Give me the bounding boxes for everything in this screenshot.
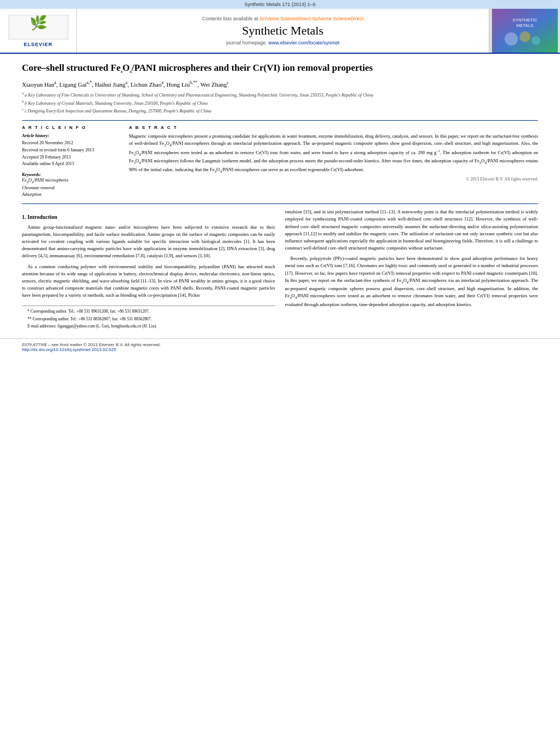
revised-date: Received in revised form 6 January 2013 [22, 148, 94, 152]
footnote-1: * Corresponding author. Tel.: +86 531 89… [22, 308, 275, 314]
elsevier-wordmark: ELSEVIER [24, 42, 53, 47]
article-title: Core–shell structured Fe3O4/PANI microsp… [22, 62, 538, 75]
page: Synthetic Metals 171 (2013) 1–6 🌿 ELSEVI… [0, 0, 560, 741]
keywords-block: Keywords: Fe3O4/PANI microspheres Chroma… [22, 172, 118, 198]
journal-title: Synthetic Metals [242, 24, 323, 38]
svg-rect-2 [495, 10, 555, 52]
body-p1: Amino group-functionalized magnetic nano… [22, 224, 275, 260]
abstract-text: Magnetic composite microspheres present … [129, 133, 538, 174]
issn-line: 0379-6779/$ – see front matter © 2013 El… [22, 342, 538, 347]
keywords-label: Keywords: [22, 172, 41, 177]
elsevier-logo-image: 🌿 [8, 15, 69, 39]
article-info-column: A R T I C L E I N F O Article history: R… [22, 125, 118, 198]
svg-text:METALS: METALS [516, 23, 533, 28]
keyword-3: Adsorption [22, 191, 118, 198]
affiliation-b: b b Key Laboratory of Crystal Materials,… [22, 99, 538, 107]
abstract-copyright: © 2013 Elsevier B.V. All rights reserved… [129, 177, 538, 182]
abstract-body-divider [22, 203, 538, 204]
body-section: 1. Introduction Amino group-functionaliz… [22, 208, 538, 330]
footnotes-area: * Corresponding author. Tel.: +86 531 89… [22, 306, 275, 329]
journal-citation-text: Synthetic Metals 171 (2013) 1–6 [245, 2, 316, 7]
article-content: Core–shell structured Fe3O4/PANI microsp… [0, 54, 560, 338]
body-p2: As a common conducting polymer with envi… [22, 263, 275, 299]
authors-line: Xiaoyun Hana, Ligang Gaia,*, Haihui Jian… [22, 80, 538, 88]
history-label: Article history: [22, 133, 49, 138]
body-p3: emulsion [15], and in situ polymerizatio… [285, 208, 539, 252]
svg-point-6 [519, 31, 530, 42]
journal-header: 🌿 ELSEVIER Contents lists available at S… [0, 9, 560, 54]
doi-line[interactable]: http://dx.doi.org/10.1016/j.synthmet.201… [22, 347, 538, 352]
abstract-heading: A B S T R A C T [129, 125, 538, 130]
article-info-abstract-section: A R T I C L E I N F O Article history: R… [22, 125, 538, 198]
article-history: Article history: Received 20 November 20… [22, 133, 118, 168]
journal-cover-image-box: SYNTHETIC METALS [489, 9, 560, 53]
affiliation-a: a a Key Laboratory of Fine Chemicals in … [22, 91, 538, 99]
accepted-date: Accepted 20 February 2013 [22, 155, 71, 160]
abstract-column: A B S T R A C T Magnetic composite micro… [129, 125, 538, 198]
journal-cover-image: SYNTHETIC METALS [492, 9, 558, 53]
journal-homepage-line: journal homepage: www.elsevier.com/locat… [226, 40, 340, 46]
svg-text:SYNTHETIC: SYNTHETIC [512, 18, 538, 22]
svg-text:🌿: 🌿 [30, 15, 48, 31]
footnote-3: E-mail addresses: liganggai@yahoo.com (L… [22, 323, 275, 329]
svg-point-5 [505, 32, 518, 46]
footnote-2: ** Corresponding author. Tel.: +86 531 8… [22, 316, 275, 322]
bottom-bar: 0379-6779/$ – see front matter © 2013 El… [0, 338, 560, 355]
title-divider [22, 120, 538, 121]
affiliations-block: a a Key Laboratory of Fine Chemicals in … [22, 91, 538, 115]
journal-citation-band: Synthetic Metals 171 (2013) 1–6 [0, 0, 560, 9]
affiliation-c: c c Dongying Entry-Exit Inspection and Q… [22, 107, 538, 115]
received-date: Received 20 November 2012 [22, 140, 73, 145]
body-p4: Recently, polypyrrole (PPy)-coated magne… [285, 255, 539, 308]
homepage-url[interactable]: www.elsevier.com/locate/synmet [268, 40, 340, 46]
elsevier-logo-box: 🌿 ELSEVIER [0, 9, 77, 53]
article-info-heading: A R T I C L E I N F O [22, 125, 118, 130]
svg-point-7 [531, 36, 540, 45]
available-date: Available online 9 April 2013 [22, 161, 74, 166]
keyword-1: Fe3O4/PANI microspheres [22, 177, 118, 185]
journal-header-center: Contents lists available at SciVerse Sci… [77, 9, 489, 53]
section1-title: 1. Introduction [22, 213, 275, 222]
sciverse-line: Contents lists available at SciVerse Sci… [202, 16, 363, 21]
body-col-left: 1. Introduction Amino group-functionaliz… [22, 208, 275, 330]
sciverse-link-text[interactable]: SciVerse ScienceDirect [259, 16, 311, 21]
keyword-2: Chromate removal [22, 185, 118, 191]
body-col-right: emulsion [15], and in situ polymerizatio… [285, 208, 539, 330]
